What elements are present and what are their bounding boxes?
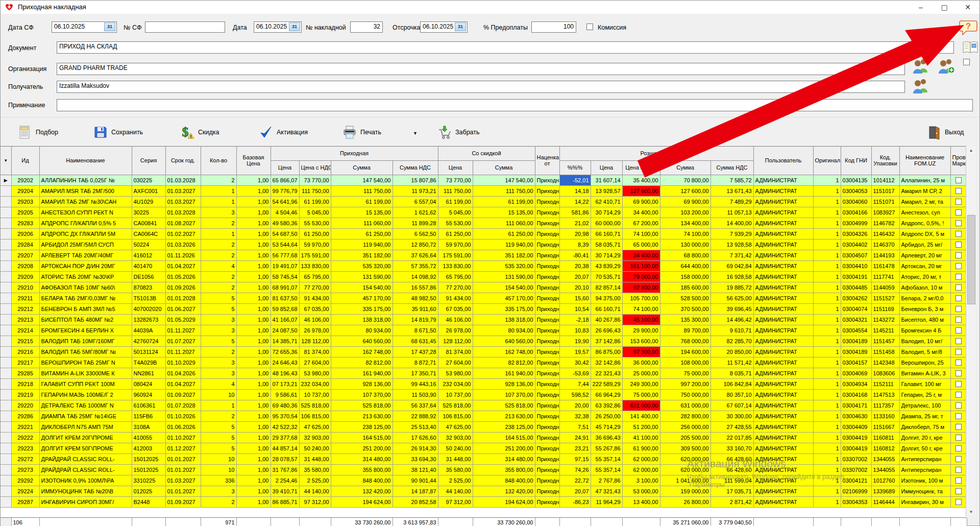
col-base-price[interactable]: Базовая Цена: [236, 147, 271, 175]
podbor-button[interactable]: Подбор: [18, 124, 58, 141]
row-selector[interactable]: [1, 218, 11, 228]
row-selector[interactable]: [1, 250, 11, 260]
col-check-mark[interactable]: Пров Марк: [950, 147, 967, 175]
table-row[interactable]: 29209АТОРИС ТАБ 20МГ №30\КРDE105601.05.2…: [1, 271, 967, 282]
col-name[interactable]: Наименование: [39, 147, 132, 175]
deferral-calendar-icon[interactable]: 31: [455, 22, 466, 31]
discount-button[interactable]: $ Скидка: [180, 124, 219, 141]
col-user[interactable]: Пользователь: [753, 147, 813, 175]
row-selector[interactable]: [1, 314, 11, 325]
col-retail-sum[interactable]: Сумма: [660, 160, 710, 175]
row-selector[interactable]: [1, 475, 11, 486]
row-selector[interactable]: [1, 336, 11, 346]
close-button[interactable]: ✕: [956, 1, 979, 14]
row-selector[interactable]: [1, 239, 11, 250]
maximize-button[interactable]: ▢: [933, 1, 956, 14]
row-checkbox[interactable]: [955, 327, 962, 333]
col-original[interactable]: Оригинал: [813, 147, 841, 175]
table-row[interactable]: ▶29202АЛЛАПИНИН ТАБ 0,025Г №03022501.03.…: [1, 175, 967, 185]
row-selector[interactable]: [1, 357, 11, 368]
row-checkbox[interactable]: [955, 231, 962, 237]
minimize-button[interactable]: –: [909, 1, 933, 14]
note-field[interactable]: [57, 99, 973, 111]
journal-book-icon[interactable]: [962, 40, 978, 55]
table-row[interactable]: 29211БЕЛАРА ТАБ 2МГ/0,03МГ №T51013B01.01…: [1, 293, 967, 303]
row-selector[interactable]: [1, 185, 11, 196]
table-row[interactable]: 29283АПДРОПС ГЛ/КАПЛИ 0,5% 5CA0084101.08…: [1, 218, 967, 228]
row-checkbox[interactable]: [955, 188, 962, 194]
col-prihod-price-vat[interactable]: Цена с НДС: [299, 160, 331, 175]
table-row[interactable]: 29220ДЕТРАЛЕКС ТАБ 1000МГ N610636101.07.…: [1, 400, 967, 411]
row-selector[interactable]: [1, 196, 11, 207]
row-selector[interactable]: [1, 496, 11, 507]
table-row[interactable]: 29214БРОМГЕКСИН 4 БЕРЛИН Х44039A01.11.20…: [1, 325, 967, 336]
table-row[interactable]: 29216ВАЛОДИП ТАБ 5МГ/80МГ №5013112401.11…: [1, 346, 967, 357]
table-row[interactable]: 29286ДИАМПА ТАБ 25МГ №14\GE115FB601.10.2…: [1, 411, 967, 421]
table-row[interactable]: 29292ИЗОТОНИК 0,9% 100МЛ\РА331022501.03.…: [1, 475, 967, 486]
row-selector[interactable]: [1, 411, 11, 421]
table-row[interactable]: 29224ИММУНОЦИНК ТАБ №20\B01202501.01.202…: [1, 486, 967, 496]
row-selector[interactable]: [1, 271, 11, 282]
table-row[interactable]: 29210АФОБАЗОЛ ТАБ 10МГ №60\87082301.09.2…: [1, 282, 967, 293]
col-fom-name[interactable]: Наименование FOM.UZ: [899, 147, 950, 175]
exit-button[interactable]: Выход: [927, 124, 964, 141]
row-selector[interactable]: [1, 346, 11, 357]
right-checkbox[interactable]: [963, 59, 970, 65]
row-checkbox[interactable]: [955, 242, 962, 248]
row-checkbox[interactable]: [955, 284, 962, 291]
row-checkbox[interactable]: [955, 295, 962, 301]
table-row[interactable]: 29217ВЕРОШПИРОН ТАБ 25МГ NT4A029B01.10.2…: [1, 357, 967, 368]
row-selector[interactable]: [1, 464, 11, 475]
row-checkbox[interactable]: [955, 349, 962, 355]
row-checkbox[interactable]: [955, 456, 962, 462]
col-series[interactable]: Серия: [132, 147, 165, 175]
row-checkbox[interactable]: [955, 488, 962, 494]
row-checkbox[interactable]: [955, 317, 962, 323]
table-row[interactable]: 29208АРТОКСАН ПОР Д/ИН 20МГ40147001.04.2…: [1, 260, 967, 271]
row-checkbox[interactable]: [955, 306, 962, 312]
col-retail-pct[interactable]: %%%: [559, 160, 591, 175]
row-selector[interactable]: ▶: [1, 175, 11, 185]
document-field[interactable]: ПРИХОД НА СКЛАД: [57, 41, 954, 54]
col-gni-code[interactable]: Код ГНИ: [841, 147, 871, 175]
table-row[interactable]: 29206АПДРОПС ДХ ГЛ/КАПЛИ 5МCA0064C01.02.…: [1, 228, 967, 239]
row-selector[interactable]: [1, 260, 11, 271]
table-row[interactable]: 29287ИНГАВИРИН СИРОП 30МГ/B244801.09.202…: [1, 496, 967, 507]
row-checkbox[interactable]: [955, 445, 962, 451]
row-checkbox[interactable]: [955, 370, 962, 376]
row-selector[interactable]: [1, 443, 11, 453]
scroll-up-icon[interactable]: ▲: [966, 146, 976, 155]
table-row[interactable]: 29204АМАРИЛ MSR ТАБ 2МГ/500AXFC00101.03.…: [1, 185, 967, 196]
scroll-down-icon[interactable]: ▼: [966, 508, 976, 516]
table-row[interactable]: 29222ДОЛГИТ КРЕМ 20Г\ПРОМЕ41005501.10.20…: [1, 432, 967, 443]
save-button[interactable]: Сохранить: [93, 124, 143, 141]
row-checkbox[interactable]: [955, 360, 962, 366]
row-checkbox[interactable]: [955, 209, 962, 216]
table-row[interactable]: 29205АНЕСТЕЗОЛ СУПП РЕКТ N3022501.03.202…: [1, 207, 967, 218]
col-retail-price-vat[interactable]: Цена с НДС: [622, 160, 660, 175]
num-sf-field[interactable]: [145, 21, 225, 33]
organization-field[interactable]: GRAND PHARM TRADE: [57, 63, 905, 75]
row-selector[interactable]: [1, 453, 11, 464]
row-checkbox[interactable]: [955, 274, 962, 280]
row-checkbox[interactable]: [955, 477, 962, 484]
row-selector[interactable]: [1, 368, 11, 378]
row-checkbox[interactable]: [955, 338, 962, 344]
col-disc-price[interactable]: Цена: [438, 160, 473, 175]
print-dropdown-arrow[interactable]: ▼: [413, 131, 418, 136]
date-sf-calendar-icon[interactable]: 31: [104, 22, 115, 31]
activation-button[interactable]: Активация: [259, 124, 308, 141]
row-selector[interactable]: [1, 207, 11, 218]
col-disc-sum[interactable]: Сумма: [473, 160, 535, 175]
take-button[interactable]: Забрать: [437, 124, 480, 141]
col-markup-from[interactable]: Наценка от: [535, 147, 559, 175]
table-row[interactable]: 29284АРБИДОЛ 25МГ/5МЛ СУСП5022401.03.202…: [1, 239, 967, 250]
row-checkbox[interactable]: [955, 392, 962, 398]
organization-users-icon[interactable]: [912, 58, 929, 74]
row-checkbox[interactable]: [955, 199, 962, 205]
receiver-field[interactable]: Izzatilla Maksudov: [57, 81, 905, 93]
row-checkbox[interactable]: [955, 381, 962, 387]
row-checkbox[interactable]: [955, 220, 962, 226]
scrollbar-thumb[interactable]: [967, 215, 975, 304]
table-row[interactable]: 29221ДИКЛОБЕРЛ N75 АМП 75М3108A01.06.202…: [1, 421, 967, 432]
